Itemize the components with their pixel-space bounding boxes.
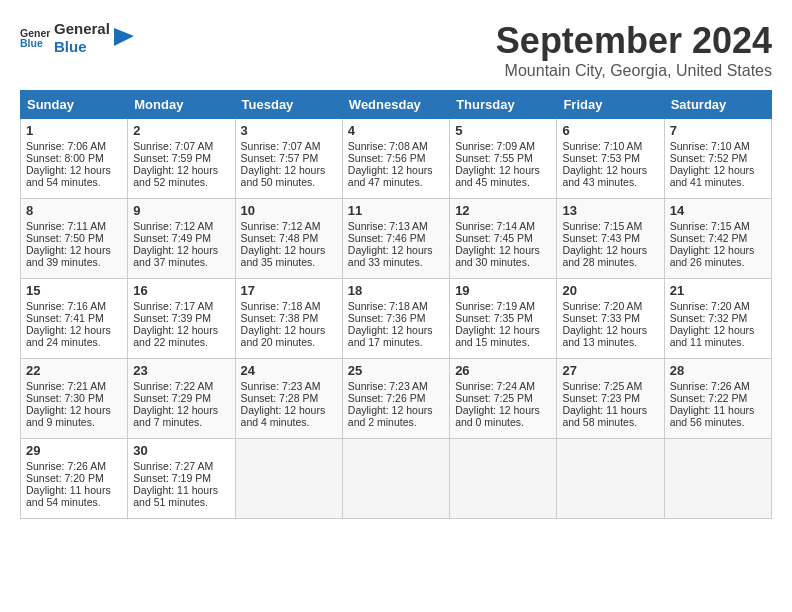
col-wednesday: Wednesday [342,91,449,119]
table-row: 26Sunrise: 7:24 AMSunset: 7:25 PMDayligh… [450,359,557,439]
table-row: 16Sunrise: 7:17 AMSunset: 7:39 PMDayligh… [128,279,235,359]
table-row [235,439,342,519]
logo-icon: General Blue [20,23,50,53]
table-row [664,439,771,519]
logo: General Blue General Blue [20,20,134,56]
title-area: September 2024 Mountain City, Georgia, U… [496,20,772,80]
table-row: 8Sunrise: 7:11 AMSunset: 7:50 PMDaylight… [21,199,128,279]
table-row: 25Sunrise: 7:23 AMSunset: 7:26 PMDayligh… [342,359,449,439]
col-tuesday: Tuesday [235,91,342,119]
table-row: 3Sunrise: 7:07 AMSunset: 7:57 PMDaylight… [235,119,342,199]
col-sunday: Sunday [21,91,128,119]
table-row: 29Sunrise: 7:26 AMSunset: 7:20 PMDayligh… [21,439,128,519]
location-title: Mountain City, Georgia, United States [496,62,772,80]
table-row: 15Sunrise: 7:16 AMSunset: 7:41 PMDayligh… [21,279,128,359]
header-row: Sunday Monday Tuesday Wednesday Thursday… [21,91,772,119]
table-row: 17Sunrise: 7:18 AMSunset: 7:38 PMDayligh… [235,279,342,359]
table-row: 19Sunrise: 7:19 AMSunset: 7:35 PMDayligh… [450,279,557,359]
table-row [557,439,664,519]
logo-line2: Blue [54,38,110,56]
table-row: 27Sunrise: 7:25 AMSunset: 7:23 PMDayligh… [557,359,664,439]
svg-marker-3 [114,28,134,46]
table-row: 18Sunrise: 7:18 AMSunset: 7:36 PMDayligh… [342,279,449,359]
col-saturday: Saturday [664,91,771,119]
table-row: 12Sunrise: 7:14 AMSunset: 7:45 PMDayligh… [450,199,557,279]
table-row: 11Sunrise: 7:13 AMSunset: 7:46 PMDayligh… [342,199,449,279]
page-header: General Blue General Blue September 2024… [20,20,772,80]
table-row: 6Sunrise: 7:10 AMSunset: 7:53 PMDaylight… [557,119,664,199]
col-thursday: Thursday [450,91,557,119]
table-row: 23Sunrise: 7:22 AMSunset: 7:29 PMDayligh… [128,359,235,439]
table-row: 13Sunrise: 7:15 AMSunset: 7:43 PMDayligh… [557,199,664,279]
logo-arrow-icon [114,28,134,48]
table-row: 20Sunrise: 7:20 AMSunset: 7:33 PMDayligh… [557,279,664,359]
table-row: 7Sunrise: 7:10 AMSunset: 7:52 PMDaylight… [664,119,771,199]
table-row: 5Sunrise: 7:09 AMSunset: 7:55 PMDaylight… [450,119,557,199]
table-row: 28Sunrise: 7:26 AMSunset: 7:22 PMDayligh… [664,359,771,439]
table-row: 14Sunrise: 7:15 AMSunset: 7:42 PMDayligh… [664,199,771,279]
col-monday: Monday [128,91,235,119]
calendar-table: Sunday Monday Tuesday Wednesday Thursday… [20,90,772,519]
month-title: September 2024 [496,20,772,62]
col-friday: Friday [557,91,664,119]
table-row: 10Sunrise: 7:12 AMSunset: 7:48 PMDayligh… [235,199,342,279]
table-row [342,439,449,519]
table-row: 21Sunrise: 7:20 AMSunset: 7:32 PMDayligh… [664,279,771,359]
svg-text:Blue: Blue [20,37,43,49]
table-row: 4Sunrise: 7:08 AMSunset: 7:56 PMDaylight… [342,119,449,199]
logo-line1: General [54,20,110,38]
table-row: 1Sunrise: 7:06 AMSunset: 8:00 PMDaylight… [21,119,128,199]
table-row: 22Sunrise: 7:21 AMSunset: 7:30 PMDayligh… [21,359,128,439]
table-row: 9Sunrise: 7:12 AMSunset: 7:49 PMDaylight… [128,199,235,279]
table-row [450,439,557,519]
table-row: 2Sunrise: 7:07 AMSunset: 7:59 PMDaylight… [128,119,235,199]
table-row: 24Sunrise: 7:23 AMSunset: 7:28 PMDayligh… [235,359,342,439]
table-row: 30Sunrise: 7:27 AMSunset: 7:19 PMDayligh… [128,439,235,519]
